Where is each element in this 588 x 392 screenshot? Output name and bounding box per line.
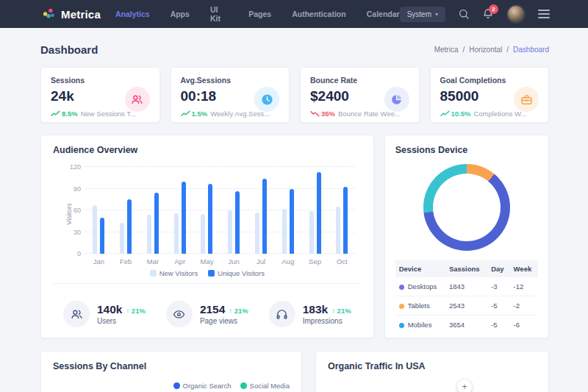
search-icon[interactable] [458, 8, 470, 20]
bar-unique-visitors-sep[interactable] [317, 172, 321, 254]
bar-unique-visitors-mar[interactable] [154, 193, 159, 254]
chevron-down-icon: ▾ [435, 11, 438, 18]
legend-swatch [208, 270, 215, 277]
audience-stat-label: Impressions [303, 317, 351, 325]
trend-up-icon: 1.5% [181, 110, 208, 118]
bar-unique-visitors-aug[interactable] [290, 189, 294, 254]
stat-card-label: Avg.Sessions [181, 76, 280, 85]
y-tick-label: 0 [62, 250, 81, 257]
bar-unique-visitors-may[interactable] [208, 184, 212, 254]
bar-unique-visitors-feb[interactable] [127, 199, 132, 254]
device-table-row-tablets: Tablets2543-5-2 [395, 296, 538, 316]
nav-item-authentication[interactable]: Authentication [292, 10, 346, 18]
users-icon [63, 301, 90, 327]
device-table-header-day: Day [487, 260, 509, 277]
bar-new-visitors-jan[interactable] [93, 205, 97, 254]
nav-item-ui-kit[interactable]: UI Kit [210, 5, 228, 23]
bar-group-jan [85, 167, 112, 254]
bar-new-visitors-feb[interactable] [120, 223, 124, 254]
stat-card-goal-completions: Goal Completions8500010.5%Completions W.… [430, 67, 550, 123]
user-avatar[interactable] [506, 4, 526, 24]
audience-overview-card: Audience Overview Visitors 0306090120 Ja… [40, 135, 374, 338]
device-table-row-desktops: Desktops1843-3-12 [395, 277, 538, 296]
bar-new-visitors-aug[interactable] [282, 209, 287, 254]
x-tick-label: Sep [301, 257, 329, 266]
sessions-device-title: Sessions Device [395, 145, 538, 155]
stat-card-desc-text: Weekly Avg.Sess... [210, 110, 270, 118]
device-cell: Desktops [395, 277, 445, 296]
hamburger-icon[interactable] [538, 10, 550, 18]
sessions-cell: 2543 [445, 296, 487, 316]
device-cell: Tablets [395, 296, 445, 316]
x-tick-label: Apr [166, 257, 193, 266]
bar-new-visitors-oct[interactable] [336, 207, 340, 254]
bar-unique-visitors-oct[interactable] [343, 187, 348, 254]
top-navbar: Metrica AnalyticsAppsUI KitPagesAuthenti… [0, 0, 588, 28]
legend-item-new-visitors[interactable]: New Visitors [150, 269, 198, 277]
donut-hole [433, 174, 501, 241]
bar-unique-visitors-jun[interactable] [235, 191, 240, 254]
bar-group-apr [166, 167, 193, 254]
navbar-actions: System ▾ 2 [400, 4, 550, 24]
bar-group-may [193, 167, 220, 254]
x-axis-labels: JanFebMarAprMayJunJulAugSepOct [85, 257, 356, 266]
organic-traffic-card: Organic Traffic In USA + [315, 351, 549, 392]
bar-group-aug [274, 167, 301, 254]
trend-up-icon: 10.5% [440, 110, 471, 118]
bar-new-visitors-may[interactable] [201, 214, 205, 254]
bar-group-jul [248, 167, 275, 254]
channel-legend-organic-search[interactable]: Organic Search [173, 382, 232, 390]
bar-new-visitors-jul[interactable] [255, 213, 259, 254]
device-table-header-sassions: Sassions [445, 260, 487, 277]
y-tick-label: 30 [62, 229, 81, 236]
brand[interactable]: Metrica [43, 7, 101, 21]
breadcrumb-item-metrica[interactable]: Metrica [434, 46, 459, 54]
breadcrumb-item-dashboard[interactable]: Dashboard [513, 46, 549, 54]
legend-label: Social Media [250, 382, 290, 390]
x-tick-label: Mar [140, 257, 167, 266]
y-axis-label: Visitors [65, 198, 73, 230]
device-dot-icon [399, 304, 404, 309]
eye-icon [166, 301, 193, 327]
audience-stat-label: Page views [200, 317, 248, 325]
audience-stat-value: 2154 [200, 303, 225, 316]
breadcrumb-item-horizontal[interactable]: Horizontal [469, 46, 502, 54]
audience-overview-title: Audience Overview [53, 145, 362, 155]
bar-new-visitors-jun[interactable] [228, 210, 232, 254]
x-tick-label: Jun [220, 257, 248, 266]
stat-card-bounce-rate: Bounce Rate$240035%Bounce Rate Wee... [300, 67, 420, 123]
bar-group-oct [329, 167, 356, 254]
nav-item-pages[interactable]: Pages [248, 10, 271, 18]
x-tick-label: Aug [274, 257, 301, 266]
y-tick-label: 60 [62, 207, 81, 214]
device-dot-icon [399, 323, 404, 328]
audience-stat-delta: ↑ 21% [229, 307, 248, 315]
legend-item-unique-visitors[interactable]: Unique Visitors [208, 269, 265, 277]
device-cell: Mobiles [395, 316, 445, 335]
nav-item-calendar[interactable]: Calendar [367, 10, 400, 18]
audience-stats-row: 140k↑ 21%Users2154↑ 21%Page views183k↑ 2… [53, 283, 362, 338]
day-cell: -3 [487, 277, 509, 296]
bar-new-visitors-mar[interactable] [147, 215, 151, 254]
system-dropdown[interactable]: System ▾ [400, 7, 445, 22]
nav-item-analytics[interactable]: Analytics [115, 10, 150, 18]
clock-icon [254, 87, 279, 112]
bar-chart-legend: New VisitorsUnique Visitors [53, 269, 362, 277]
sessions-cell: 3654 [445, 316, 487, 335]
nav-item-apps[interactable]: Apps [171, 10, 190, 18]
channel-legend-social-media[interactable]: Social Media [240, 382, 290, 390]
y-tick-label: 120 [62, 163, 81, 171]
bar-unique-visitors-apr[interactable] [182, 182, 186, 254]
bar-new-visitors-sep[interactable] [309, 211, 314, 254]
bar-unique-visitors-jan[interactable] [100, 218, 104, 254]
notifications-button[interactable]: 2 [482, 8, 494, 20]
bar-new-visitors-apr[interactable] [174, 213, 179, 254]
bar-group-sep [301, 167, 329, 254]
bar-unique-visitors-jul[interactable] [262, 179, 267, 254]
map-zoom-in-button[interactable]: + [457, 379, 472, 392]
system-dropdown-label: System [407, 10, 431, 18]
stat-card-label: Sessions [51, 76, 150, 85]
headphones-icon [269, 301, 295, 327]
audience-overview-chart: Visitors 0306090120 [85, 167, 356, 254]
stat-card-desc-text: New Sessions T... [81, 110, 136, 118]
